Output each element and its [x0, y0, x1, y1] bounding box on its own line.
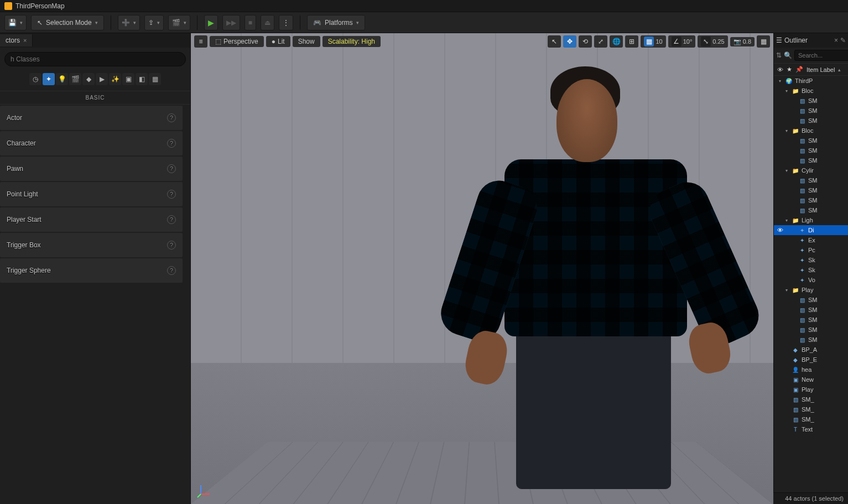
rotate-tool-button[interactable]: ⟲ [579, 35, 592, 48]
tree-row[interactable]: ▧SM_ [774, 414, 848, 424]
tree-row[interactable]: ▧SM [774, 96, 848, 106]
perspective-button[interactable]: ⬚Perspective [210, 36, 264, 47]
stop-button[interactable]: ■ [244, 15, 256, 30]
filter-media-icon[interactable]: ▶ [96, 73, 108, 85]
tree-row[interactable]: ▾📁Bloc [774, 86, 848, 96]
tree-row[interactable]: ✦Vo [774, 275, 848, 285]
filter-recent-icon[interactable]: ◷ [29, 73, 41, 85]
tree-row[interactable]: ▧SM [774, 195, 848, 205]
scale-snap-control[interactable]: ⤡0.25 [698, 35, 727, 48]
actor-item[interactable]: Pawn? [0, 157, 183, 181]
tree-row[interactable]: 👤hea [774, 365, 848, 375]
tree-row[interactable]: ▣New [774, 375, 848, 385]
tree-row[interactable]: ▧SM [774, 146, 848, 155]
skip-button[interactable]: ▶▶ [222, 15, 240, 30]
cinematics-button[interactable]: 🎬▾ [168, 15, 190, 30]
search-classes-input[interactable] [4, 52, 186, 66]
viewport[interactable]: ≡ ⬚Perspective ●Lit Show Scalability: Hi… [191, 33, 773, 504]
scalability-button[interactable]: Scalability: High [322, 36, 381, 47]
help-icon[interactable]: ? [167, 113, 176, 122]
tree-row[interactable]: 👁✦Di [774, 225, 848, 235]
filter-lights-icon[interactable]: 💡 [56, 73, 68, 85]
tree-row[interactable]: ▾📁Bloc [774, 126, 848, 136]
translate-tool-button[interactable]: ✥ [563, 35, 576, 48]
surface-snap-button[interactable]: ⊞ [625, 35, 638, 48]
grid-snap-control[interactable]: ▦10 [641, 35, 665, 48]
tree-row[interactable]: ▧SM_ [774, 404, 848, 414]
tree-row[interactable]: ▧SM [774, 205, 848, 215]
help-icon[interactable]: ? [167, 139, 176, 148]
tree-row[interactable]: ✦Pc [774, 245, 848, 255]
angle-snap-control[interactable]: ∠10° [668, 35, 696, 48]
add-content-button[interactable]: ➕▾ [118, 15, 140, 30]
close-icon[interactable]: × [23, 37, 27, 44]
help-icon[interactable]: ? [167, 215, 176, 224]
actor-item[interactable]: Trigger Box? [0, 233, 183, 257]
marketplace-button[interactable]: ⇪▾ [144, 15, 164, 30]
tree-row[interactable]: ▧SM [774, 185, 848, 195]
tree-row[interactable]: ▧SM [774, 335, 848, 345]
selection-mode-button[interactable]: ↖ Selection Mode ▾ [31, 15, 104, 30]
save-button[interactable]: 💾▾ [4, 15, 27, 30]
filter-shapes-icon[interactable]: ◆ [82, 73, 95, 85]
tree-row[interactable]: ▧SM [774, 136, 848, 146]
actor-item[interactable]: Point Light? [0, 182, 183, 206]
eject-button[interactable]: ⏏ [261, 15, 274, 30]
tree-row[interactable]: ◆BP_A [774, 345, 848, 355]
filter-custom-icon[interactable]: ▦ [149, 73, 161, 85]
world-local-button[interactable]: 🌐 [610, 35, 623, 48]
tree-row[interactable]: ▧SM [774, 305, 848, 315]
filter-cinematic-icon[interactable]: 🎬 [69, 73, 81, 85]
scale-tool-button[interactable]: ⤢ [594, 35, 607, 48]
svg-line-2 [197, 494, 201, 497]
tree-row[interactable]: ▧SM [774, 325, 848, 335]
tree-row[interactable]: TText [774, 424, 848, 434]
outliner-search-input[interactable] [794, 50, 848, 61]
tree-root[interactable]: ▾🌍 ThirdP [774, 76, 848, 86]
filter-volumes-icon[interactable]: ▣ [122, 73, 134, 85]
show-button[interactable]: Show [293, 36, 320, 47]
viewport-layout-button[interactable]: ▦ [757, 35, 770, 48]
tree-row[interactable]: ✦Ex [774, 235, 848, 245]
help-icon[interactable]: ? [167, 241, 176, 250]
close-icon[interactable]: × [834, 37, 838, 44]
tree-row[interactable]: ◆BP_E [774, 355, 848, 365]
tree-row[interactable]: ▧SM [774, 295, 848, 305]
tree-row[interactable]: ▧SM [774, 315, 848, 325]
tree-row[interactable]: ▾📁Cylir [774, 165, 848, 175]
tree-row[interactable]: ▧SM [774, 155, 848, 165]
viewport-menu-button[interactable]: ≡ [194, 35, 207, 48]
help-icon[interactable]: ? [167, 266, 176, 275]
tree-row[interactable]: ▣Play [774, 385, 848, 394]
actor-item[interactable]: Character? [0, 131, 183, 155]
actor-item[interactable]: Player Start? [0, 207, 183, 232]
selection-mode-icon: ↖ [37, 19, 43, 27]
place-actors-tab[interactable]: ctors × [0, 34, 33, 46]
edit-icon[interactable]: ✎ [840, 37, 846, 44]
tree-row[interactable]: ▧SM [774, 116, 848, 126]
outliner-column-header[interactable]: 👁 ★ 📌 Item Label ▴ [774, 63, 848, 76]
tree-row[interactable]: ▧SM_ [774, 394, 848, 404]
select-tool-button[interactable]: ↖ [548, 35, 561, 48]
tree-row[interactable]: ▾📁Ligh [774, 215, 848, 225]
tree-row[interactable]: ▾📁Play [774, 285, 848, 295]
filter-basic-icon[interactable]: ✦ [43, 73, 55, 85]
camera-speed-control[interactable]: 📷0.8 [730, 37, 755, 46]
tree-row-label: SM [808, 177, 818, 184]
actor-item[interactable]: Trigger Sphere? [0, 258, 183, 283]
tree-row[interactable]: ▧SM [774, 106, 848, 116]
tree-row-label: SM [808, 187, 818, 194]
help-icon[interactable]: ? [167, 190, 176, 199]
tree-row[interactable]: ✦Sk [774, 265, 848, 275]
play-options-button[interactable]: ⋮ [279, 15, 293, 30]
play-button[interactable]: ▶ [204, 15, 218, 30]
actor-item[interactable]: Actor? [0, 106, 183, 130]
filter-visual-icon[interactable]: ✨ [109, 73, 121, 85]
help-icon[interactable]: ? [167, 164, 176, 173]
platforms-button[interactable]: 🎮 Platforms ▾ [307, 15, 365, 30]
filter-icon[interactable]: ⇅ [776, 51, 782, 59]
tree-row[interactable]: ▧SM [774, 175, 848, 185]
tree-row[interactable]: ✦Sk [774, 255, 848, 265]
filter-all-icon[interactable]: ◧ [136, 73, 148, 85]
lit-button[interactable]: ●Lit [266, 36, 290, 47]
